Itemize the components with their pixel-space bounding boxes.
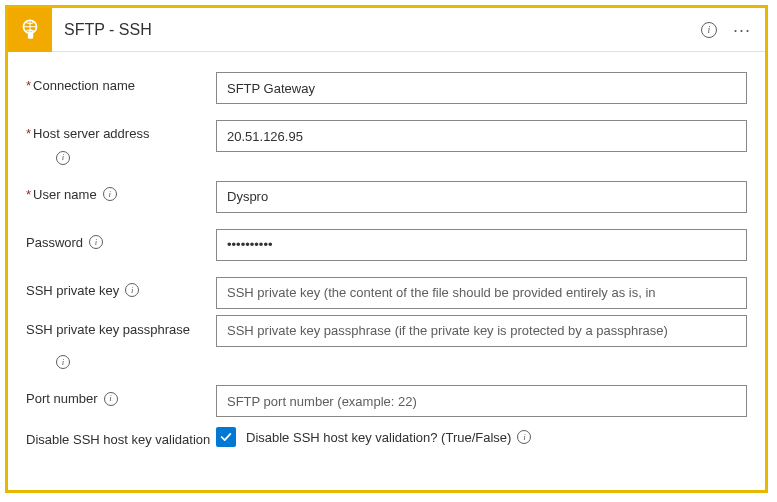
disable-ssh-host-key-validation-label: Disable SSH host key validation	[26, 425, 216, 449]
svg-rect-2	[29, 30, 32, 33]
ssh-private-key-label: SSH private key i	[26, 277, 216, 298]
more-options-icon[interactable]: ···	[727, 21, 757, 39]
info-icon[interactable]: i	[104, 392, 118, 406]
sftp-ssh-connector-card: SFTP - SSH i ··· *Connection name *Host …	[5, 5, 768, 493]
password-input[interactable]	[216, 229, 747, 261]
connection-name-label: *Connection name	[26, 72, 216, 93]
password-row: Password i	[26, 229, 747, 261]
password-label: Password i	[26, 229, 216, 250]
info-icon[interactable]: i	[517, 430, 531, 444]
info-icon[interactable]: i	[125, 283, 139, 297]
ssh-private-key-passphrase-row: SSH private key passphrase	[26, 315, 747, 347]
user-name-input[interactable]	[216, 181, 747, 213]
ssh-private-key-passphrase-label: SSH private key passphrase	[26, 315, 216, 339]
port-number-row: Port number i	[26, 385, 747, 417]
header-actions: i ···	[701, 21, 757, 39]
ssh-private-key-passphrase-input[interactable]	[216, 315, 747, 347]
info-icon[interactable]: i	[56, 355, 70, 369]
checkmark-icon	[219, 430, 233, 444]
user-name-label: *User name i	[26, 181, 216, 202]
info-icon[interactable]: i	[701, 22, 717, 38]
card-header: SFTP - SSH i ···	[8, 8, 765, 52]
info-icon[interactable]: i	[103, 187, 117, 201]
connector-icon	[8, 8, 52, 52]
card-title: SFTP - SSH	[52, 21, 701, 39]
port-number-label: Port number i	[26, 385, 216, 406]
disable-ssh-host-key-validation-row: Disable SSH host key validation Disable …	[26, 425, 747, 449]
ssh-private-key-input[interactable]	[216, 277, 747, 309]
ssh-private-key-row: SSH private key i	[26, 277, 747, 309]
port-number-input[interactable]	[216, 385, 747, 417]
host-server-address-label: *Host server address	[26, 120, 216, 141]
info-icon[interactable]: i	[89, 235, 103, 249]
ssh-private-key-passphrase-info-row: i	[26, 353, 747, 370]
disable-ssh-host-key-validation-checkbox-label: Disable SSH host key validation? (True/F…	[246, 430, 531, 445]
form-body: *Connection name *Host server address i …	[8, 52, 765, 475]
connection-name-input[interactable]	[216, 72, 747, 104]
connection-name-row: *Connection name	[26, 72, 747, 104]
host-server-address-input[interactable]	[216, 120, 747, 152]
info-icon[interactable]: i	[56, 151, 70, 165]
user-name-row: *User name i	[26, 181, 747, 213]
disable-ssh-host-key-validation-checkbox[interactable]	[216, 427, 236, 447]
